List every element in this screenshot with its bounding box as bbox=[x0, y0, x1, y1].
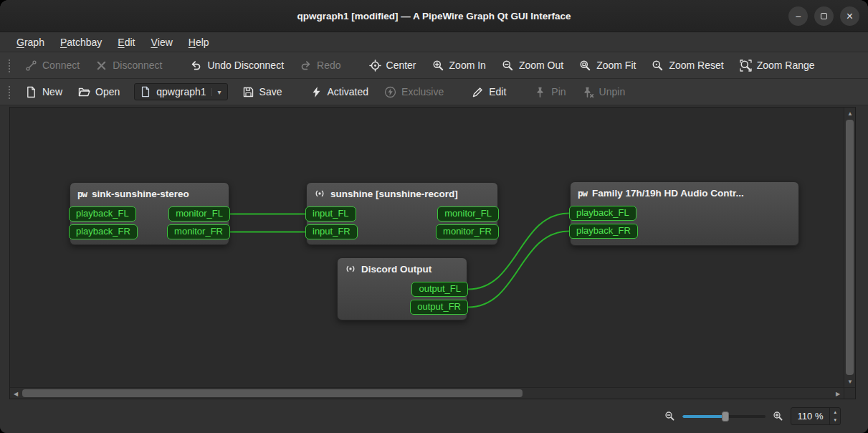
center-icon bbox=[369, 60, 381, 72]
port-output_FL[interactable]: output_FL bbox=[411, 282, 468, 297]
minimize-icon: − bbox=[795, 11, 801, 22]
titlebar[interactable]: qpwgraph1 [modified] — A PipeWire Graph … bbox=[0, 0, 868, 32]
scroll-right-icon[interactable]: ▶ bbox=[832, 388, 844, 399]
scrollbar-corner bbox=[844, 387, 855, 399]
activated-label: Activated bbox=[328, 86, 369, 97]
connect-icon bbox=[25, 60, 37, 72]
horizontal-scrollbar-thumb[interactable] bbox=[22, 389, 523, 397]
node-header: pwsink-sunshine-stereo bbox=[70, 183, 229, 204]
redo-icon bbox=[300, 60, 312, 72]
zoom-range-icon bbox=[740, 60, 752, 72]
graph-view-frame: pwsink-sunshine-stereoplayback_FLplaybac… bbox=[9, 107, 856, 399]
menu-help[interactable]: Help bbox=[181, 32, 217, 52]
chevron-down-icon: ▾ bbox=[211, 88, 224, 96]
audio-stream-icon bbox=[314, 188, 325, 199]
new-icon bbox=[25, 86, 37, 98]
zoom-spinbox[interactable]: 110 % ▴ ▾ bbox=[791, 407, 841, 425]
disconnect-label: Disconnect bbox=[113, 60, 162, 71]
node-header: Discord Output bbox=[338, 258, 467, 280]
menu-view[interactable]: View bbox=[143, 32, 180, 52]
zoom-out-small-icon[interactable] bbox=[664, 411, 675, 422]
activated-icon bbox=[310, 86, 323, 98]
node-sunshine[interactable]: sunshine [sunshine-record]input_FLinput_… bbox=[306, 182, 498, 245]
connect-label: Connect bbox=[42, 60, 80, 71]
spin-up-icon[interactable]: ▴ bbox=[830, 409, 840, 416]
node-title: Family 17h/19h HD Audio Contr... bbox=[592, 188, 744, 199]
port-input_FL[interactable]: input_FL bbox=[305, 206, 356, 222]
unpin-button[interactable]: Unpin bbox=[576, 82, 632, 102]
scroll-left-icon[interactable]: ◀ bbox=[10, 388, 22, 399]
window-title: qpwgraph1 [modified] — A PipeWire Graph … bbox=[297, 11, 571, 22]
graph-canvas[interactable]: pwsink-sunshine-stereoplayback_FLplaybac… bbox=[10, 108, 844, 387]
zoom-in-small-icon[interactable] bbox=[773, 411, 783, 422]
maximize-button[interactable] bbox=[814, 6, 834, 26]
zoom-reset-button[interactable]: Zoom Reset bbox=[645, 56, 730, 75]
spin-down-icon[interactable]: ▾ bbox=[830, 417, 840, 424]
new-button[interactable]: New bbox=[19, 82, 69, 102]
port-playback_FL[interactable]: playback_FL bbox=[69, 206, 136, 222]
port-output_FR[interactable]: output_FR bbox=[410, 300, 468, 315]
menu-patchbay[interactable]: Patchbay bbox=[52, 32, 110, 52]
port-input_FR[interactable]: input_FR bbox=[305, 224, 358, 239]
port-playback_FR[interactable]: playback_FR bbox=[69, 224, 138, 239]
vertical-scrollbar[interactable]: ▲ ▼ bbox=[844, 108, 855, 387]
center-label: Center bbox=[386, 60, 416, 71]
scroll-up-icon[interactable]: ▲ bbox=[844, 108, 856, 119]
zoom-out-label: Zoom Out bbox=[519, 60, 563, 71]
open-button[interactable]: Open bbox=[72, 82, 126, 102]
vertical-scrollbar-thumb[interactable] bbox=[846, 120, 854, 375]
save-button[interactable]: Save bbox=[236, 82, 289, 102]
exclusive-button[interactable]: Exclusive bbox=[378, 82, 450, 102]
port-monitor_FL[interactable]: monitor_FL bbox=[437, 206, 499, 222]
patchbay-combobox[interactable]: qpwgraph1▾ bbox=[134, 83, 227, 100]
undo-icon bbox=[190, 60, 202, 72]
port-monitor_FL[interactable]: monitor_FL bbox=[168, 206, 230, 222]
port-playback_FR[interactable]: playback_FR bbox=[569, 224, 638, 239]
node-discord[interactable]: Discord Outputoutput_FLoutput_FR bbox=[337, 257, 467, 320]
window-controls: − × bbox=[788, 6, 859, 26]
pipewire-icon: pw bbox=[578, 188, 587, 199]
connect-button[interactable]: Connect bbox=[19, 56, 86, 75]
patchbay-file-icon bbox=[140, 86, 151, 97]
cables-layer bbox=[10, 108, 844, 387]
zoom-value[interactable]: 110 % bbox=[791, 408, 830, 424]
redo-button[interactable]: Redo bbox=[293, 56, 347, 75]
scroll-down-icon[interactable]: ▼ bbox=[844, 376, 856, 387]
center-button[interactable]: Center bbox=[363, 56, 423, 75]
patchbay-toolbar: NewOpenqpwgraph1▾SaveActivatedExclusiveE… bbox=[0, 79, 868, 105]
port-playback_FL[interactable]: playback_FL bbox=[569, 206, 636, 221]
toolbar-drag-handle[interactable] bbox=[8, 85, 11, 99]
zoom-slider[interactable] bbox=[682, 411, 766, 422]
port-monitor_FR[interactable]: monitor_FR bbox=[167, 224, 230, 239]
zoom-reset-icon bbox=[652, 60, 664, 72]
zoom-in-label: Zoom In bbox=[449, 60, 486, 71]
close-button[interactable]: × bbox=[840, 6, 859, 26]
qpwgraph-window: qpwgraph1 [modified] — A PipeWire Graph … bbox=[0, 0, 868, 433]
menu-edit[interactable]: Edit bbox=[110, 32, 143, 52]
node-sink[interactable]: pwsink-sunshine-stereoplayback_FLplaybac… bbox=[70, 182, 229, 245]
activated-button[interactable]: Activated bbox=[304, 82, 376, 102]
zoom-in-button[interactable]: Zoom In bbox=[426, 56, 492, 75]
horizontal-scrollbar[interactable]: ◀ ▶ bbox=[10, 387, 844, 399]
menu-graph[interactable]: Graph bbox=[9, 32, 52, 52]
zoom-range-button[interactable]: Zoom Range bbox=[733, 56, 821, 75]
zoom-out-icon bbox=[502, 60, 514, 72]
undo-disconnect-button[interactable]: Undo Disconnect bbox=[183, 56, 290, 75]
minimize-button[interactable]: − bbox=[788, 6, 808, 26]
toolbar-drag-handle[interactable] bbox=[8, 58, 11, 72]
disconnect-button[interactable]: Disconnect bbox=[89, 56, 168, 75]
zoom-fit-button[interactable]: Zoom Fit bbox=[573, 56, 642, 75]
zoom-out-button[interactable]: Zoom Out bbox=[495, 56, 570, 75]
node-title: sink-sunshine-stereo bbox=[92, 189, 189, 199]
pin-button[interactable]: Pin bbox=[528, 82, 572, 102]
node-family[interactable]: pwFamily 17h/19h HD Audio Contr...playba… bbox=[570, 181, 799, 246]
edit-button[interactable]: Edit bbox=[465, 82, 512, 102]
node-header: pwFamily 17h/19h HD Audio Contr... bbox=[571, 182, 798, 204]
exclusive-label: Exclusive bbox=[401, 86, 444, 97]
menubar: GraphPatchbayEditViewHelp bbox=[0, 32, 868, 52]
edit-icon bbox=[472, 86, 484, 98]
open-label: Open bbox=[95, 86, 120, 97]
port-monitor_FR[interactable]: monitor_FR bbox=[436, 224, 499, 239]
zoom-slider-handle[interactable] bbox=[722, 411, 729, 422]
statusbar: 110 % ▴ ▾ bbox=[0, 399, 868, 433]
